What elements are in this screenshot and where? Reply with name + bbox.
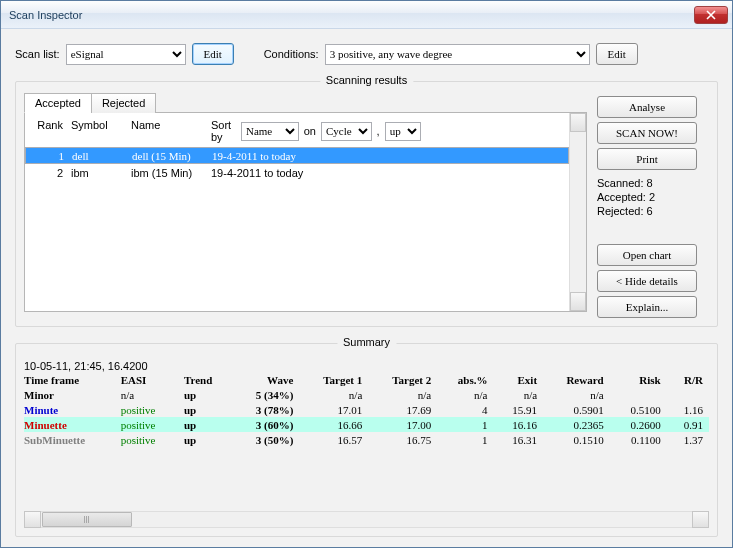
tab-rejected[interactable]: Rejected	[91, 93, 156, 113]
header-symbol[interactable]: Symbol	[71, 119, 131, 143]
sort-on-label: on	[304, 125, 316, 137]
summary-scrollbar[interactable]	[24, 511, 709, 528]
summary-header: Trend	[178, 372, 232, 387]
analyse-button[interactable]: Analyse	[597, 96, 697, 118]
rejected-text: Rejected: 6	[597, 204, 709, 218]
summary-header: Exit	[493, 372, 543, 387]
summary-meta: 10-05-11, 21:45, 16.4200	[24, 360, 709, 372]
close-icon	[706, 10, 716, 20]
side-column: Analyse SCAN NOW! Print Scanned: 8 Accep…	[597, 92, 709, 318]
tab-accepted[interactable]: Accepted	[24, 93, 92, 113]
edit-scan-list-button[interactable]: Edit	[192, 43, 234, 65]
results-fieldset: Scanning results Accepted Rejected Rank …	[15, 81, 718, 327]
summary-header: R/R	[667, 372, 709, 387]
window: Scan Inspector Scan list: eSignal Edit C…	[0, 0, 733, 548]
sort-dir-select[interactable]: up	[385, 122, 421, 141]
conditions-label: Conditions:	[264, 48, 319, 60]
list-row[interactable]: 2 ibm ibm (15 Min) 19-4-2011 to today	[25, 164, 569, 181]
tabs: Accepted Rejected	[24, 93, 587, 113]
scan-list-label: Scan list:	[15, 48, 60, 60]
sort-by-label: Sort by	[211, 119, 236, 143]
sort-cycle-select[interactable]: Cycle	[321, 122, 372, 141]
summary-header: Risk	[610, 372, 667, 387]
results-list: Rank Symbol Name Sort by Name on Cycle ,…	[24, 112, 587, 312]
stats-block: Scanned: 8 Accepted: 2 Rejected: 6	[597, 176, 709, 218]
explain-button[interactable]: Explain...	[597, 296, 697, 318]
results-legend: Scanning results	[320, 74, 413, 86]
summary-fieldset: Summary 10-05-11, 21:45, 16.4200 Time fr…	[15, 343, 718, 537]
close-button[interactable]	[694, 6, 728, 24]
summary-header: Reward	[543, 372, 610, 387]
summary-legend: Summary	[337, 336, 396, 348]
summary-row: Minuette positive up 3 (60%)16.6617.001 …	[24, 417, 709, 432]
summary-row: SubMinuette positive up 3 (50%)16.5716.7…	[24, 432, 709, 447]
summary-header: abs.%	[437, 372, 493, 387]
summary-header: Target 1	[299, 372, 368, 387]
summary-table: Time frameEASITrendWaveTarget 1Target 2a…	[24, 372, 709, 447]
scroll-thumb[interactable]	[42, 512, 132, 527]
conditions-select[interactable]: 3 positive, any wave degree	[325, 44, 590, 65]
results-pane: Accepted Rejected Rank Symbol Name Sort …	[24, 92, 587, 318]
edit-conditions-button[interactable]: Edit	[596, 43, 638, 65]
header-rank[interactable]: Rank	[31, 119, 71, 143]
scan-now-button[interactable]: SCAN NOW!	[597, 122, 697, 144]
summary-header: Time frame	[24, 372, 115, 387]
scroll-right-icon[interactable]	[692, 511, 709, 528]
titlebar[interactable]: Scan Inspector	[1, 1, 732, 29]
toolbar-row: Scan list: eSignal Edit Conditions: 3 po…	[15, 43, 718, 65]
list-row[interactable]: 1 dell dell (15 Min) 19-4-2011 to today	[25, 147, 569, 164]
scanned-text: Scanned: 8	[597, 176, 709, 190]
summary-row: Minor n/a up 5 (34%)n/an/an/a n/an/a	[24, 387, 709, 402]
window-title: Scan Inspector	[9, 9, 694, 21]
summary-header: Target 2	[368, 372, 437, 387]
summary-header: Wave	[232, 372, 299, 387]
sort-field-select[interactable]: Name	[241, 122, 299, 141]
hide-details-button[interactable]: < Hide details	[597, 270, 697, 292]
header-name[interactable]: Name	[131, 119, 211, 143]
print-button[interactable]: Print	[597, 148, 697, 170]
accepted-text: Accepted: 2	[597, 190, 709, 204]
header-sort: Sort by Name on Cycle , up	[211, 119, 431, 143]
list-header: Rank Symbol Name Sort by Name on Cycle ,…	[25, 113, 569, 147]
list-scrollbar[interactable]	[569, 113, 586, 311]
scan-list-select[interactable]: eSignal	[66, 44, 186, 65]
summary-header: EASI	[115, 372, 178, 387]
open-chart-button[interactable]: Open chart	[597, 244, 697, 266]
summary-row: Minute positive up 3 (78%)17.0117.694 15…	[24, 402, 709, 417]
scroll-left-icon[interactable]	[24, 511, 41, 528]
body: Scan list: eSignal Edit Conditions: 3 po…	[1, 29, 732, 547]
